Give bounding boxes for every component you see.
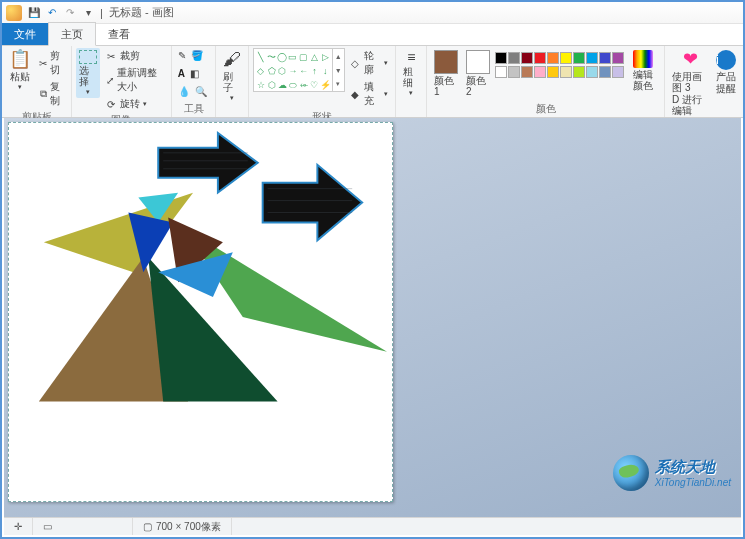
paste-icon: 📋	[9, 50, 31, 70]
watermark: 系统天地 XiTongTianDi.net	[613, 455, 731, 491]
select-icon	[79, 50, 97, 64]
cut-button[interactable]: ✂剪切	[36, 48, 67, 78]
group-size: ≡ 粗细▾	[396, 46, 427, 117]
workspace[interactable]: 系统天地 XiTongTianDi.net	[4, 118, 741, 517]
color-swatch[interactable]	[508, 52, 520, 64]
color2-swatch	[466, 50, 490, 74]
rotate-button[interactable]: ⟳旋转▾	[102, 96, 167, 112]
bucket-icon: 🪣	[191, 50, 203, 61]
fill-button[interactable]: ◆填充▾	[347, 79, 392, 109]
product-alert-button[interactable]: i 产品 提醒	[713, 48, 739, 96]
color2-button[interactable]: 颜色 2	[463, 48, 493, 99]
crop-button[interactable]: ✂裁剪	[102, 48, 167, 64]
fill-tool[interactable]: 🪣	[189, 48, 205, 63]
color-swatch[interactable]	[599, 52, 611, 64]
group-label-colors: 颜色	[431, 101, 660, 117]
shapes-gallery[interactable]: ╲〜◯▭▢△▷ ◇⬠⬡→←↑↓ ☆⬡☁⬭⬰♡⚡ ▲ ▼ ▾	[253, 48, 344, 92]
pencil-tool[interactable]: ✎	[176, 48, 188, 63]
group-clipboard: 📋 粘贴▾ ✂剪切 ⧉复制 剪贴板	[2, 46, 72, 117]
group-tools: ✎ 🪣 A ◧ 💧 🔍 工具	[172, 46, 217, 117]
color-swatch[interactable]	[573, 66, 585, 78]
title-divider: |	[100, 7, 103, 19]
tab-view[interactable]: 查看	[96, 23, 142, 45]
cut-icon: ✂	[39, 57, 47, 69]
fill-icon: ◆	[350, 88, 361, 100]
outline-button[interactable]: ◇轮廓▾	[347, 48, 392, 78]
qat-save-button[interactable]: 💾	[26, 5, 42, 21]
color-swatch[interactable]	[547, 52, 559, 64]
color-swatch[interactable]	[534, 66, 546, 78]
color-swatch[interactable]	[586, 52, 598, 64]
palette	[495, 48, 624, 78]
ribbon: 📋 粘贴▾ ✂剪切 ⧉复制 剪贴板 选择▾ ✂裁剪 ⤢重新调整大小 ⟳旋转▾ 图…	[2, 46, 743, 118]
text-tool[interactable]: A	[176, 66, 187, 81]
qat-undo-button[interactable]: ↶	[44, 5, 60, 21]
svg-marker-8	[158, 133, 257, 193]
color1-button[interactable]: 颜色 1	[431, 48, 461, 99]
group-shapes: ╲〜◯▭▢△▷ ◇⬠⬡→←↑↓ ☆⬡☁⬭⬰♡⚡ ▲ ▼ ▾ ◇轮廓▾ ◆填充▾ …	[249, 46, 396, 117]
color-swatch[interactable]	[560, 66, 572, 78]
paste-button[interactable]: 📋 粘贴▾	[6, 48, 34, 92]
paint3d-button[interactable]: ❤ 使用画图 3 D 进行编辑	[669, 48, 711, 118]
canvas[interactable]	[8, 122, 393, 502]
status-dimensions: ▢700 × 700像素	[133, 518, 232, 535]
qat-redo-button[interactable]: ↷	[62, 5, 78, 21]
canvas-size-icon: ▢	[143, 521, 152, 532]
color-swatch[interactable]	[495, 66, 507, 78]
app-icon	[6, 5, 22, 21]
color-swatch[interactable]	[560, 52, 572, 64]
gallery-up-icon[interactable]: ▲	[333, 49, 344, 63]
title-bar: 💾 ↶ ↷ ▾ | 无标题 - 画图	[2, 2, 743, 24]
outline-icon: ◇	[350, 57, 361, 69]
tab-home[interactable]: 主页	[48, 22, 96, 46]
pencil-icon: ✎	[178, 50, 186, 61]
color1-swatch	[434, 50, 458, 74]
resize-icon: ⤢	[105, 74, 114, 86]
edit-colors-button[interactable]: 编辑颜色	[626, 48, 660, 93]
size-icon: ≡	[407, 50, 415, 65]
color-swatch[interactable]	[508, 66, 520, 78]
document-title: 无标题 - 画图	[109, 5, 174, 20]
info-icon: i	[716, 50, 736, 70]
eraser-tool[interactable]: ◧	[188, 66, 201, 81]
ribbon-tabs: 文件 主页 查看	[2, 24, 743, 46]
tab-file[interactable]: 文件	[2, 23, 48, 45]
color-swatch[interactable]	[521, 66, 533, 78]
group-brush: 🖌 刷子▾	[216, 46, 249, 117]
group-image: 选择▾ ✂裁剪 ⤢重新调整大小 ⟳旋转▾ 图像	[72, 46, 172, 117]
color-swatch[interactable]	[573, 52, 585, 64]
picker-tool[interactable]: 💧	[176, 84, 192, 99]
magnifier-icon: 🔍	[195, 86, 207, 97]
watermark-url: XiTongTianDi.net	[655, 477, 731, 488]
status-position: ✛	[4, 518, 33, 535]
copy-button[interactable]: ⧉复制	[36, 79, 67, 109]
group-colors: 颜色 1 颜色 2 编辑颜色 颜色	[427, 46, 665, 117]
color-swatch[interactable]	[586, 66, 598, 78]
size-button[interactable]: ≡ 粗细▾	[400, 48, 422, 99]
color-swatch[interactable]	[612, 66, 624, 78]
status-bar: ✛ ▭ ▢700 × 700像素	[4, 517, 741, 535]
gallery-down-icon[interactable]: ▼	[333, 63, 344, 77]
color-swatch[interactable]	[599, 66, 611, 78]
select-button[interactable]: 选择▾	[76, 48, 100, 98]
globe-icon	[613, 455, 649, 491]
magnifier-tool[interactable]: 🔍	[193, 84, 209, 99]
text-icon: A	[178, 68, 185, 79]
color-swatch[interactable]	[612, 52, 624, 64]
group-label-tools: 工具	[176, 101, 212, 117]
status-selection: ▭	[33, 518, 133, 535]
picker-icon: 💧	[178, 86, 190, 97]
paint3d-icon: ❤	[683, 50, 698, 70]
rotate-icon: ⟳	[105, 98, 117, 110]
color-swatch[interactable]	[547, 66, 559, 78]
selection-icon: ▭	[43, 521, 52, 532]
cursor-pos-icon: ✛	[14, 521, 22, 532]
color-swatch[interactable]	[521, 52, 533, 64]
gallery-more-icon[interactable]: ▾	[333, 77, 344, 91]
copy-icon: ⧉	[39, 88, 47, 100]
qat-customize-button[interactable]: ▾	[80, 5, 96, 21]
color-swatch[interactable]	[495, 52, 507, 64]
brush-button[interactable]: 🖌 刷子▾	[220, 48, 244, 103]
resize-button[interactable]: ⤢重新调整大小	[102, 65, 167, 95]
color-swatch[interactable]	[534, 52, 546, 64]
